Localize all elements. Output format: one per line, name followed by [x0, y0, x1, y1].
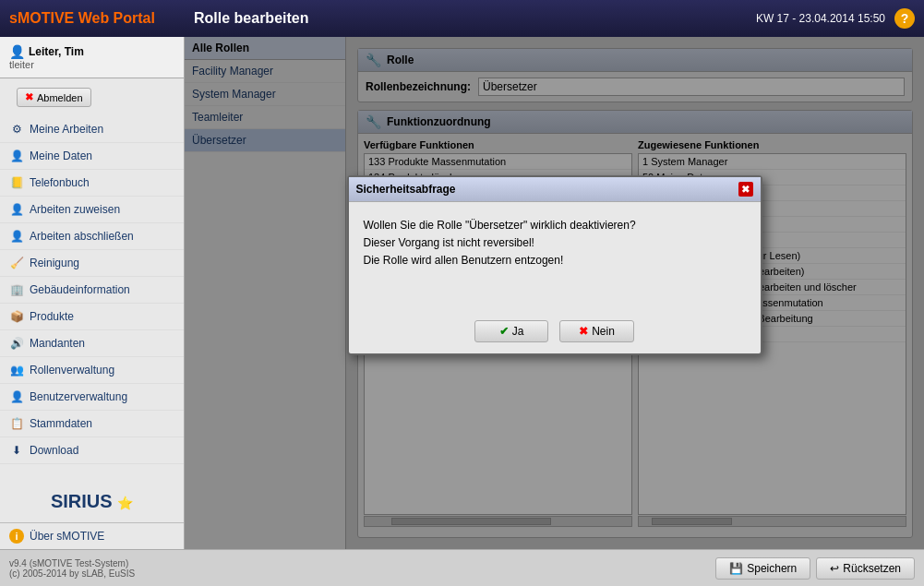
- app-title-name: MOTIVE Web Portal: [18, 10, 155, 26]
- bottom-buttons: 💾 Speichern ↩ Rücksetzen: [715, 557, 915, 580]
- about-label: Über sMOTIVE: [30, 530, 104, 543]
- data-icon: 📋: [9, 416, 24, 431]
- sidebar-item-meine-daten[interactable]: 👤 Meine Daten: [0, 143, 184, 170]
- reset-icon: ↩: [830, 562, 839, 575]
- version-info: v9.4 (sMOTIVE Test-System) (c) 2005-2014…: [9, 558, 135, 579]
- sidebar-label: Rollenverwaltung: [30, 364, 114, 377]
- ruecksetzen-label: Rücksetzen: [843, 562, 901, 575]
- sidebar-label: Telefonbuch: [30, 176, 90, 189]
- sidebar-label: Meine Arbeiten: [30, 123, 103, 136]
- app-title-prefix: s: [9, 10, 18, 26]
- sidebar-label: Arbeiten abschließen: [30, 230, 134, 243]
- modal-nein-button[interactable]: ✖ Nein: [559, 320, 634, 342]
- version-line1: v9.4 (sMOTIVE Test-System): [9, 558, 135, 568]
- modal-header: Sicherheitsabfrage ✖: [349, 177, 761, 202]
- modal-footer: ✔ Ja ✖ Nein: [349, 313, 761, 353]
- header-right: KW 17 - 23.04.2014 15:50 ?: [756, 8, 915, 29]
- roles-icon: 👥: [9, 363, 24, 377]
- version-line2: (c) 2005-2014 by sLAB, EuSIS: [9, 568, 135, 579]
- sidebar-item-telefonbuch[interactable]: 📒 Telefonbuch: [0, 170, 184, 197]
- modal-close-button[interactable]: ✖: [738, 182, 753, 197]
- sidebar-nav: ⚙ Meine Arbeiten 👤 Meine Daten 📒 Telefon…: [0, 116, 184, 481]
- sidebar-item-stammdaten[interactable]: 📋 Stammdaten: [0, 411, 184, 437]
- save-icon: 💾: [729, 562, 743, 575]
- sidebar-label: Benutzerverwaltung: [30, 390, 127, 403]
- modal-message-line3: Die Rolle wird allen Benutzern entzogen!: [364, 252, 746, 269]
- users-icon: 👤: [9, 389, 24, 404]
- sidebar-label: Reinigung: [30, 257, 79, 269]
- sidebar-label: Produkte: [30, 310, 74, 323]
- clean-icon: 🧹: [9, 256, 24, 270]
- ja-label: Ja: [512, 325, 524, 338]
- datetime-display: KW 17 - 23.04.2014 15:50: [756, 12, 885, 25]
- x-icon: ✖: [25, 91, 33, 103]
- sidebar-item-mandanten[interactable]: 🔊 Mandanten: [0, 330, 184, 357]
- gear-icon: ⚙: [9, 122, 24, 137]
- download-icon: ⬇: [9, 443, 24, 458]
- sidebar-item-produkte[interactable]: 📦 Produkte: [0, 304, 184, 330]
- building-icon: 🏢: [9, 282, 24, 297]
- book-icon: 📒: [9, 175, 24, 190]
- assign-icon: 👤: [9, 202, 24, 217]
- logout-label: Abmelden: [37, 92, 83, 103]
- sidebar-username: tleiter: [9, 59, 174, 70]
- sidebar-label: Meine Daten: [30, 149, 92, 162]
- modal-ja-button[interactable]: ✔ Ja: [474, 320, 548, 342]
- sidebar-item-arbeiten-zuweisen[interactable]: 👤 Arbeiten zuweisen: [0, 197, 184, 223]
- logout-button[interactable]: ✖ Abmelden: [17, 88, 91, 107]
- sidebar-item-meine-arbeiten[interactable]: ⚙ Meine Arbeiten: [0, 116, 184, 143]
- content-area: Alle Rollen Facility Manager System Mana…: [185, 37, 924, 549]
- sidebar-item-benutzerverwaltung[interactable]: 👤 Benutzerverwaltung: [0, 384, 184, 411]
- sidebar-label: Arbeiten zuweisen: [30, 203, 120, 216]
- x-icon: ✖: [579, 325, 588, 338]
- sidebar-label: Mandanten: [30, 337, 85, 350]
- top-header: sMOTIVE Web Portal Rolle bearbeiten KW 1…: [0, 0, 924, 37]
- speichern-label: Speichern: [747, 562, 797, 575]
- bottom-bar: v9.4 (sMOTIVE Test-System) (c) 2005-2014…: [0, 549, 924, 586]
- person-icon: 👤: [9, 149, 24, 163]
- complete-icon: 👤: [9, 229, 24, 244]
- sidebar: 👤 Leiter, Tim tleiter ✖ Abmelden ⚙ Meine…: [0, 37, 185, 549]
- modal-title: Sicherheitsabfrage: [356, 183, 456, 196]
- nein-label: Nein: [592, 325, 615, 338]
- sidebar-item-rollenverwaltung[interactable]: 👥 Rollenverwaltung: [0, 357, 184, 384]
- ruecksetzen-button[interactable]: ↩ Rücksetzen: [816, 557, 915, 580]
- confirmation-modal: Sicherheitsabfrage ✖ Wollen Sie die Roll…: [347, 175, 762, 355]
- user-icon: 👤: [9, 44, 25, 59]
- sirius-text: SIRIUS: [51, 491, 113, 511]
- sidebar-user-name: Leiter, Tim: [29, 45, 84, 58]
- sirius-logo: SIRIUS ⭐: [7, 486, 176, 517]
- product-icon: 📦: [9, 309, 24, 324]
- sidebar-item-download[interactable]: ⬇ Download: [0, 437, 184, 464]
- sidebar-label: Stammdaten: [30, 417, 92, 430]
- modal-overlay: Sicherheitsabfrage ✖ Wollen Sie die Roll…: [185, 37, 924, 549]
- sidebar-item-gebaeudeinfo[interactable]: 🏢 Gebäudeinformation: [0, 277, 184, 304]
- mandant-icon: 🔊: [9, 336, 24, 351]
- speichern-button[interactable]: 💾 Speichern: [715, 557, 810, 580]
- sirius-star: ⭐: [117, 496, 133, 510]
- sidebar-user: 👤 Leiter, Tim tleiter: [0, 37, 184, 78]
- about-icon: i: [9, 529, 24, 544]
- page-title: Rolle bearbeiten: [194, 10, 756, 27]
- help-button[interactable]: ?: [894, 8, 915, 29]
- sidebar-item-arbeiten-abschliessen[interactable]: 👤 Arbeiten abschließen: [0, 223, 184, 250]
- modal-message-line2: Dieser Vorgang ist nicht reversibel!: [364, 234, 746, 252]
- modal-message-line1: Wollen Sie die Rolle "Übersetzer" wirkli…: [364, 217, 746, 234]
- check-icon: ✔: [499, 325, 509, 338]
- app-title: sMOTIVE Web Portal: [9, 10, 194, 27]
- sidebar-label: Gebäudeinformation: [30, 283, 130, 296]
- sidebar-label: Download: [30, 444, 78, 457]
- sidebar-item-reinigung[interactable]: 🧹 Reinigung: [0, 250, 184, 277]
- modal-body: Wollen Sie die Rolle "Übersetzer" wirkli…: [349, 202, 761, 313]
- sidebar-item-about[interactable]: i Über sMOTIVE: [0, 522, 184, 549]
